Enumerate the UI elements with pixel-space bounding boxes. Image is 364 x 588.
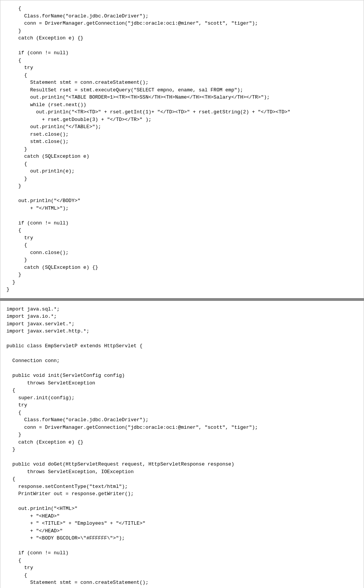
code-text-2: import java.sql.*; import java.io.*; imp… — [6, 306, 358, 588]
code-panel-1: { Class.forName("oracle.jdbc.OracleDrive… — [0, 0, 364, 298]
code-panel-2: import java.sql.*; import java.io.*; imp… — [0, 301, 364, 588]
code-text-1: { Class.forName("oracle.jdbc.OracleDrive… — [6, 5, 358, 293]
